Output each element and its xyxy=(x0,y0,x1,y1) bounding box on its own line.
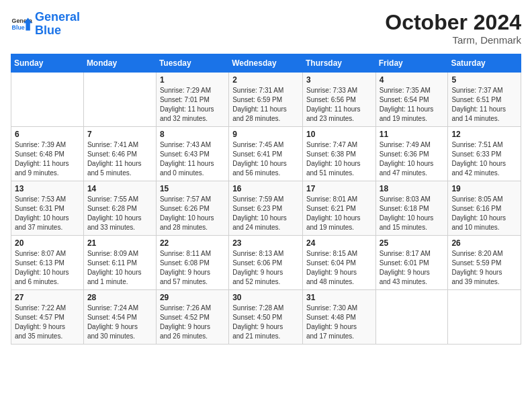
calendar-cell: 21Sunrise: 8:09 AM Sunset: 6:11 PM Dayli… xyxy=(83,236,156,290)
day-info: Sunrise: 7:39 AM Sunset: 6:48 PM Dayligh… xyxy=(15,140,80,178)
day-number: 30 xyxy=(232,293,299,302)
day-number: 11 xyxy=(380,130,445,139)
calendar-table: SundayMondayTuesdayWednesdayThursdayFrid… xyxy=(11,54,521,345)
calendar-cell: 5Sunrise: 7:37 AM Sunset: 6:51 PM Daylig… xyxy=(448,73,521,127)
column-header-saturday: Saturday xyxy=(448,54,521,73)
day-number: 12 xyxy=(451,130,517,139)
column-header-tuesday: Tuesday xyxy=(156,54,228,73)
day-number: 25 xyxy=(380,238,445,248)
logo-icon: General Blue xyxy=(11,15,32,34)
day-number: 20 xyxy=(15,238,80,248)
day-info: Sunrise: 7:22 AM Sunset: 4:57 PM Dayligh… xyxy=(15,304,80,341)
day-info: Sunrise: 7:47 AM Sunset: 6:38 PM Dayligh… xyxy=(306,140,372,178)
calendar-week-5: 27Sunrise: 7:22 AM Sunset: 4:57 PM Dayli… xyxy=(11,290,521,345)
day-number: 28 xyxy=(87,293,152,302)
calendar-cell: 2Sunrise: 7:31 AM Sunset: 6:59 PM Daylig… xyxy=(229,73,303,127)
day-info: Sunrise: 8:20 AM Sunset: 5:59 PM Dayligh… xyxy=(451,249,517,287)
day-info: Sunrise: 7:57 AM Sunset: 6:26 PM Dayligh… xyxy=(160,195,225,232)
calendar-cell: 29Sunrise: 7:26 AM Sunset: 4:52 PM Dayli… xyxy=(156,290,228,345)
day-number: 31 xyxy=(306,293,372,302)
calendar-cell: 28Sunrise: 7:24 AM Sunset: 4:54 PM Dayli… xyxy=(83,290,156,345)
calendar-cell xyxy=(11,73,84,127)
day-number: 2 xyxy=(232,75,299,85)
calendar-cell: 10Sunrise: 7:47 AM Sunset: 6:38 PM Dayli… xyxy=(302,127,375,181)
day-info: Sunrise: 7:51 AM Sunset: 6:33 PM Dayligh… xyxy=(451,140,517,178)
day-info: Sunrise: 7:31 AM Sunset: 6:59 PM Dayligh… xyxy=(232,86,299,124)
calendar-cell: 19Sunrise: 8:05 AM Sunset: 6:16 PM Dayli… xyxy=(448,181,521,236)
day-info: Sunrise: 7:53 AM Sunset: 6:31 PM Dayligh… xyxy=(15,195,80,232)
day-number: 16 xyxy=(232,184,299,193)
calendar-cell xyxy=(83,73,156,127)
day-number: 13 xyxy=(15,184,80,193)
day-info: Sunrise: 7:55 AM Sunset: 6:28 PM Dayligh… xyxy=(87,195,152,232)
calendar-cell: 1Sunrise: 7:29 AM Sunset: 7:01 PM Daylig… xyxy=(156,73,228,127)
page-header: General Blue GeneralBlue October 2024 Ta… xyxy=(11,11,521,46)
calendar-cell: 24Sunrise: 8:15 AM Sunset: 6:04 PM Dayli… xyxy=(302,236,375,290)
column-header-friday: Friday xyxy=(375,54,448,73)
calendar-cell: 8Sunrise: 7:43 AM Sunset: 6:43 PM Daylig… xyxy=(156,127,228,181)
column-header-monday: Monday xyxy=(83,54,156,73)
day-number: 24 xyxy=(306,238,372,248)
location: Tarm, Denmark xyxy=(385,34,521,46)
day-info: Sunrise: 7:29 AM Sunset: 7:01 PM Dayligh… xyxy=(160,86,225,124)
calendar-cell: 17Sunrise: 8:01 AM Sunset: 6:21 PM Dayli… xyxy=(302,181,375,236)
day-number: 27 xyxy=(15,293,80,302)
title-block: October 2024 Tarm, Denmark xyxy=(385,11,521,46)
day-number: 29 xyxy=(160,293,225,302)
day-info: Sunrise: 8:09 AM Sunset: 6:11 PM Dayligh… xyxy=(87,249,152,287)
calendar-cell xyxy=(448,290,521,345)
calendar-cell: 6Sunrise: 7:39 AM Sunset: 6:48 PM Daylig… xyxy=(11,127,84,181)
day-info: Sunrise: 7:35 AM Sunset: 6:54 PM Dayligh… xyxy=(380,86,445,124)
day-info: Sunrise: 7:26 AM Sunset: 4:52 PM Dayligh… xyxy=(160,304,225,341)
day-number: 22 xyxy=(160,238,225,248)
day-info: Sunrise: 7:37 AM Sunset: 6:51 PM Dayligh… xyxy=(451,86,517,124)
day-info: Sunrise: 8:15 AM Sunset: 6:04 PM Dayligh… xyxy=(306,249,372,287)
calendar-cell: 31Sunrise: 7:30 AM Sunset: 4:48 PM Dayli… xyxy=(302,290,375,345)
day-info: Sunrise: 8:17 AM Sunset: 6:01 PM Dayligh… xyxy=(380,249,445,287)
day-info: Sunrise: 8:03 AM Sunset: 6:18 PM Dayligh… xyxy=(380,195,445,232)
calendar-cell: 27Sunrise: 7:22 AM Sunset: 4:57 PM Dayli… xyxy=(11,290,84,345)
calendar-header-row: SundayMondayTuesdayWednesdayThursdayFrid… xyxy=(11,54,521,73)
day-number: 26 xyxy=(451,238,517,248)
column-header-sunday: Sunday xyxy=(11,54,84,73)
calendar-cell: 4Sunrise: 7:35 AM Sunset: 6:54 PM Daylig… xyxy=(375,73,448,127)
day-info: Sunrise: 8:05 AM Sunset: 6:16 PM Dayligh… xyxy=(451,195,517,232)
calendar-cell xyxy=(375,290,448,345)
day-info: Sunrise: 7:59 AM Sunset: 6:23 PM Dayligh… xyxy=(232,195,299,232)
logo: General Blue GeneralBlue xyxy=(11,11,80,38)
calendar-cell: 25Sunrise: 8:17 AM Sunset: 6:01 PM Dayli… xyxy=(375,236,448,290)
day-number: 19 xyxy=(451,184,517,193)
day-number: 21 xyxy=(87,238,152,248)
calendar-week-2: 6Sunrise: 7:39 AM Sunset: 6:48 PM Daylig… xyxy=(11,127,521,181)
calendar-week-3: 13Sunrise: 7:53 AM Sunset: 6:31 PM Dayli… xyxy=(11,181,521,236)
calendar-week-1: 1Sunrise: 7:29 AM Sunset: 7:01 PM Daylig… xyxy=(11,73,521,127)
calendar-cell: 14Sunrise: 7:55 AM Sunset: 6:28 PM Dayli… xyxy=(83,181,156,236)
column-header-thursday: Thursday xyxy=(302,54,375,73)
day-number: 9 xyxy=(232,130,299,139)
calendar-cell: 15Sunrise: 7:57 AM Sunset: 6:26 PM Dayli… xyxy=(156,181,228,236)
day-number: 3 xyxy=(306,75,372,85)
day-number: 23 xyxy=(232,238,299,248)
day-number: 7 xyxy=(87,130,152,139)
calendar-cell: 11Sunrise: 7:49 AM Sunset: 6:36 PM Dayli… xyxy=(375,127,448,181)
day-number: 1 xyxy=(160,75,225,85)
calendar-cell: 26Sunrise: 8:20 AM Sunset: 5:59 PM Dayli… xyxy=(448,236,521,290)
calendar-cell: 23Sunrise: 8:13 AM Sunset: 6:06 PM Dayli… xyxy=(229,236,303,290)
day-number: 17 xyxy=(306,184,372,193)
day-info: Sunrise: 7:45 AM Sunset: 6:41 PM Dayligh… xyxy=(232,140,299,178)
day-number: 4 xyxy=(380,75,445,85)
month-title: October 2024 xyxy=(385,11,521,34)
day-info: Sunrise: 7:33 AM Sunset: 6:56 PM Dayligh… xyxy=(306,86,372,124)
day-number: 5 xyxy=(451,75,517,85)
svg-text:Blue: Blue xyxy=(12,24,25,31)
day-number: 15 xyxy=(160,184,225,193)
day-number: 6 xyxy=(15,130,80,139)
calendar-cell: 16Sunrise: 7:59 AM Sunset: 6:23 PM Dayli… xyxy=(229,181,303,236)
day-info: Sunrise: 7:41 AM Sunset: 6:46 PM Dayligh… xyxy=(87,140,152,178)
day-info: Sunrise: 8:13 AM Sunset: 6:06 PM Dayligh… xyxy=(232,249,299,287)
calendar-cell: 7Sunrise: 7:41 AM Sunset: 6:46 PM Daylig… xyxy=(83,127,156,181)
day-number: 18 xyxy=(380,184,445,193)
day-info: Sunrise: 7:30 AM Sunset: 4:48 PM Dayligh… xyxy=(306,304,372,341)
day-info: Sunrise: 7:49 AM Sunset: 6:36 PM Dayligh… xyxy=(380,140,445,178)
day-info: Sunrise: 8:07 AM Sunset: 6:13 PM Dayligh… xyxy=(15,249,80,287)
